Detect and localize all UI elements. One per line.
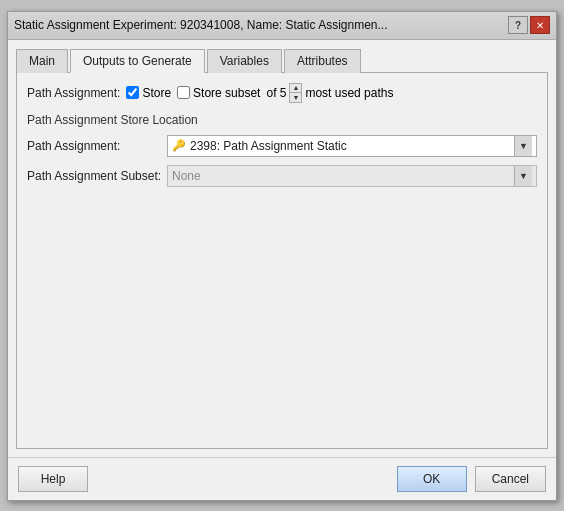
outputs-panel: Path Assignment: Store Store subset of 5…	[16, 73, 548, 449]
path-assignment-label: Path Assignment:	[27, 86, 120, 100]
title-text: Static Assignment Experiment: 920341008,…	[14, 18, 508, 32]
tab-bar: Main Outputs to Generate Variables Attri…	[16, 48, 548, 73]
title-bar: Static Assignment Experiment: 920341008,…	[8, 12, 556, 40]
key-icon: 🔑	[172, 139, 186, 152]
dialog-content: Main Outputs to Generate Variables Attri…	[8, 40, 556, 457]
store-subset-checkbox-wrapper: Store subset	[177, 86, 260, 100]
spinner-up[interactable]: ▲	[290, 84, 301, 94]
path-assignment-dropdown[interactable]: 🔑 2398: Path Assignment Static ▼	[167, 135, 537, 157]
pa-dropdown-content: 🔑 2398: Path Assignment Static	[172, 139, 347, 153]
spinner-arrows[interactable]: ▲ ▼	[289, 83, 302, 103]
bottom-bar: Help OK Cancel	[8, 457, 556, 500]
spinner-group: of 5 ▲ ▼ most used paths	[266, 83, 393, 103]
store-location-header: Path Assignment Store Location	[27, 113, 537, 127]
title-buttons: ? ✕	[508, 16, 550, 34]
pa-subset-dropdown-text: None	[172, 169, 201, 183]
pa-subset-dropdown-wrapper: None ▼	[167, 165, 537, 187]
pa-dropdown-text: 2398: Path Assignment Static	[190, 139, 347, 153]
tab-variables[interactable]: Variables	[207, 49, 282, 73]
spinner-down[interactable]: ▼	[290, 93, 301, 102]
tab-main[interactable]: Main	[16, 49, 68, 73]
of-label: of 5	[266, 86, 286, 100]
cancel-button[interactable]: Cancel	[475, 466, 546, 492]
store-checkbox[interactable]	[126, 86, 139, 99]
ok-cancel-group: OK Cancel	[397, 466, 546, 492]
store-subset-checkbox[interactable]	[177, 86, 190, 99]
pa-subset-field-label: Path Assignment Subset:	[27, 169, 167, 183]
store-subset-label: Store subset	[193, 86, 260, 100]
pa-subset-dropdown-content: None	[172, 169, 201, 183]
help-button[interactable]: Help	[18, 466, 88, 492]
pa-dropdown-arrow[interactable]: ▼	[514, 136, 532, 156]
tab-outputs[interactable]: Outputs to Generate	[70, 49, 205, 73]
path-assignment-subset-dropdown[interactable]: None ▼	[167, 165, 537, 187]
ok-button[interactable]: OK	[397, 466, 467, 492]
pa-subset-field-row: Path Assignment Subset: None ▼	[27, 165, 537, 187]
pa-dropdown-wrapper: 🔑 2398: Path Assignment Static ▼	[167, 135, 537, 157]
pa-field-label: Path Assignment:	[27, 139, 167, 153]
close-button[interactable]: ✕	[530, 16, 550, 34]
most-used-paths-label: most used paths	[305, 86, 393, 100]
store-checkbox-wrapper: Store	[126, 86, 171, 100]
tab-attributes[interactable]: Attributes	[284, 49, 361, 73]
pa-field-row: Path Assignment: 🔑 2398: Path Assignment…	[27, 135, 537, 157]
help-title-button[interactable]: ?	[508, 16, 528, 34]
pa-subset-dropdown-arrow[interactable]: ▼	[514, 166, 532, 186]
dialog-window: Static Assignment Experiment: 920341008,…	[7, 11, 557, 501]
path-assignment-row: Path Assignment: Store Store subset of 5…	[27, 83, 537, 103]
store-label: Store	[142, 86, 171, 100]
